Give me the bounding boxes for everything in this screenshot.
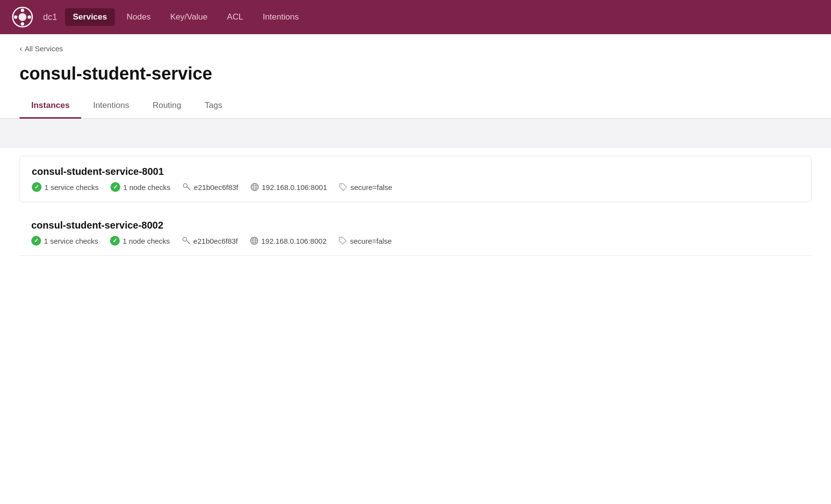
svg-point-5 (28, 16, 31, 19)
address-1: 192.168.0.106:8001 (250, 183, 327, 191)
address-2: 192.168.0.106:8002 (250, 236, 327, 245)
svg-point-1 (19, 13, 26, 21)
instance-name-1: consul-student-service-8001 (32, 166, 799, 177)
instances-list: consul-student-service-8001 1 service ch… (0, 156, 831, 256)
globe-icon-2 (250, 236, 259, 245)
hash-1: e21b0ec6f83f (182, 183, 239, 191)
globe-icon-1 (250, 183, 259, 191)
instance-row-1: consul-student-service-8001 1 service ch… (20, 156, 811, 202)
breadcrumb-section: All Services (0, 34, 831, 59)
key-icon-1 (182, 183, 191, 191)
tag-icon-1 (339, 183, 348, 191)
tabs-container: Instances Intentions Routing Tags (0, 94, 831, 119)
tab-tags[interactable]: Tags (193, 94, 234, 119)
service-check-icon-1 (32, 182, 42, 192)
instance-meta-1: 1 service checks 1 node checks e21b0ec6f… (32, 182, 799, 192)
tab-intentions[interactable]: Intentions (81, 94, 141, 119)
instance-card-2[interactable]: consul-student-service-8002 1 service ch… (20, 210, 811, 256)
service-checks-2: 1 service checks (31, 236, 98, 246)
tab-instances[interactable]: Instances (20, 94, 81, 119)
svg-line-17 (188, 242, 189, 243)
svg-point-3 (21, 22, 24, 26)
tag-2: secure=false (338, 236, 392, 245)
node-check-icon-1 (110, 182, 120, 192)
service-check-icon-2 (31, 236, 41, 246)
nav-services[interactable]: Services (65, 8, 115, 26)
tag-1: secure=false (339, 183, 392, 191)
node-checks-2: 1 node checks (110, 236, 170, 246)
tag-icon-2 (338, 236, 347, 245)
page-title-section: consul-student-service (0, 59, 831, 94)
service-checks-1: 1 service checks (32, 182, 99, 192)
page-title: consul-student-service (20, 63, 811, 84)
consul-logo (12, 6, 33, 28)
svg-point-4 (14, 16, 18, 19)
datacenter-label: dc1 (43, 12, 57, 22)
svg-point-15 (183, 237, 187, 241)
node-checks-1: 1 node checks (110, 182, 171, 192)
svg-point-14 (341, 185, 342, 186)
instance-meta-2: 1 service checks 1 node checks e21b0ec6f… (31, 236, 800, 246)
breadcrumb-all-services[interactable]: All Services (20, 44, 63, 53)
navbar: dc1 Services Nodes Key/Value ACL Intenti… (0, 0, 831, 34)
svg-point-6 (183, 184, 187, 188)
nav-nodes[interactable]: Nodes (119, 8, 158, 26)
nav-acl[interactable]: ACL (219, 8, 251, 26)
tab-routing[interactable]: Routing (141, 94, 193, 119)
hash-2: e21b0ec6f83f (182, 236, 238, 245)
node-check-icon-2 (110, 236, 120, 246)
svg-point-2 (21, 9, 24, 12)
svg-point-23 (341, 239, 342, 240)
instance-card-1[interactable]: consul-student-service-8001 1 service ch… (20, 156, 811, 202)
nav-keyvalue[interactable]: Key/Value (162, 8, 215, 26)
filter-bar (0, 119, 831, 148)
key-icon-2 (182, 236, 191, 245)
nav-intentions[interactable]: Intentions (255, 8, 306, 26)
instance-name-2: consul-student-service-8002 (31, 220, 800, 231)
svg-line-8 (189, 189, 190, 189)
